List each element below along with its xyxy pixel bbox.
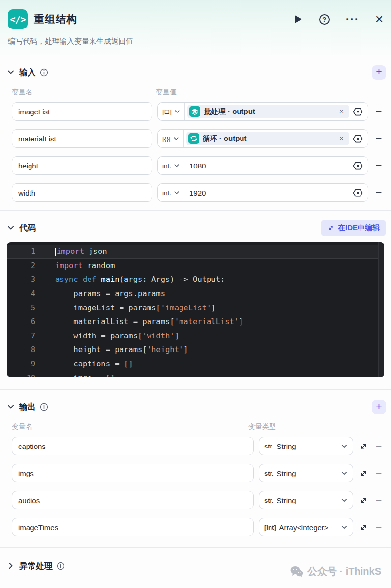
output-name-input[interactable] [12, 491, 254, 509]
collapse-input-button[interactable] [7, 68, 15, 76]
variable-name-input[interactable] [12, 183, 152, 202]
help-button[interactable]: ? [319, 14, 330, 25]
code-line[interactable]: 2import random [7, 259, 384, 273]
line-number: 6 [7, 317, 35, 326]
add-output-button[interactable]: + [372, 400, 386, 414]
type-label: String [277, 496, 296, 504]
line-number: 10 [7, 374, 35, 377]
code-editor[interactable]: 1import json2import random3async def mai… [7, 242, 384, 377]
run-button[interactable] [293, 14, 303, 24]
remove-row-button[interactable]: − [373, 187, 384, 198]
chevron-down-icon [173, 136, 179, 141]
close-button[interactable]: × [375, 14, 383, 24]
reference-picker-button[interactable] [352, 133, 363, 144]
line-number: 7 [7, 332, 35, 340]
chevron-down-icon [174, 190, 180, 196]
variable-value[interactable]: 1080 [189, 162, 349, 170]
reference-picker-button[interactable] [352, 187, 363, 198]
code-line[interactable]: 9 captions = [] [7, 357, 384, 371]
section-divider [0, 547, 391, 548]
code-line[interactable]: 8 height = params['height'] [7, 343, 384, 357]
reference-picker-button[interactable] [352, 106, 363, 117]
variable-value[interactable]: 1920 [189, 189, 349, 197]
input-row-imageList: [⊡] 批处理 · output × [0, 102, 391, 121]
expand-row-button[interactable] [359, 523, 368, 532]
collapse-output-button[interactable] [7, 403, 15, 411]
chevron-down-icon [341, 524, 348, 531]
output-name-input[interactable] [12, 437, 254, 455]
type-selector[interactable]: [{}] [158, 130, 184, 147]
reference-picker-button[interactable] [352, 160, 363, 171]
reference-label: 循环 · output [203, 134, 335, 143]
type-badge-string: str. [264, 497, 274, 504]
type-selector[interactable]: int. [158, 157, 184, 174]
exception-section-title: 异常处理 [19, 560, 53, 572]
info-icon [40, 68, 48, 77]
code-text: import random [35, 261, 115, 270]
type-selector[interactable]: int. [158, 184, 184, 201]
variable-name-input[interactable] [12, 102, 152, 121]
code-line[interactable]: 6 materialList = params['materialList'] [7, 315, 384, 329]
code-line[interactable]: 3async def main(args: Args) -> Output: [7, 273, 384, 287]
chevron-down-icon [174, 109, 180, 114]
output-column-headers: 变量名 变量类型 [0, 422, 391, 431]
output-type-select[interactable]: str. String [259, 491, 353, 509]
input-section-title: 输入 [19, 67, 36, 78]
code-text: params = args.params [35, 289, 165, 298]
col-variable-name: 变量名 [12, 422, 248, 431]
panel-subtitle: 编写代码，处理输入变量来生成返回值 [8, 37, 383, 46]
code-line[interactable]: 7 width = params['width'] [7, 329, 384, 343]
remove-row-button[interactable]: − [373, 468, 384, 478]
expand-row-button[interactable] [359, 469, 368, 478]
diagonal-expand-icon [359, 496, 368, 505]
code-section-title: 代码 [19, 223, 36, 234]
remove-reference-icon[interactable]: × [338, 107, 345, 116]
output-section-title: 输出 [19, 401, 36, 413]
add-input-button[interactable]: + [372, 65, 386, 80]
hexagon-ref-icon [352, 160, 363, 171]
output-type-select[interactable]: [int] Array<Integer> [259, 518, 353, 536]
code-line[interactable]: 1import json [7, 245, 384, 259]
reference-label: 批处理 · output [204, 107, 335, 116]
remove-row-button[interactable]: − [373, 441, 384, 451]
type-label: String [277, 442, 296, 450]
chevron-down-icon [7, 224, 15, 232]
expand-row-button[interactable] [359, 496, 368, 505]
hexagon-ref-icon [352, 187, 363, 198]
batch-node-icon [189, 106, 200, 117]
output-name-input[interactable] [12, 464, 254, 482]
code-line[interactable]: 5 imageList = params['imageList'] [7, 301, 384, 315]
expand-row-button[interactable] [359, 442, 368, 451]
expand-exception-button[interactable] [7, 562, 15, 570]
type-badge-string: str. [264, 443, 274, 450]
input-row-width: int. 1920 − [0, 183, 391, 202]
type-selector[interactable]: [⊡] [158, 103, 185, 120]
variable-name-input[interactable] [12, 156, 152, 175]
output-type-select[interactable]: str. String [259, 437, 353, 455]
variable-name-input[interactable] [12, 129, 152, 148]
hexagon-ref-icon [352, 133, 363, 144]
code-line[interactable]: 4 params = args.params [7, 287, 384, 301]
remove-row-button[interactable]: − [373, 522, 384, 532]
remove-row-button[interactable]: − [373, 133, 384, 144]
section-divider [0, 389, 391, 390]
edit-in-ide-button[interactable]: 在IDE中编辑 [321, 220, 386, 236]
output-name-input[interactable] [12, 518, 254, 536]
play-icon [293, 14, 303, 24]
collapse-code-button[interactable] [7, 224, 15, 232]
remove-reference-icon[interactable]: × [338, 134, 345, 143]
input-section-header: 输入 + [0, 63, 391, 82]
remove-row-button[interactable]: − [373, 495, 384, 505]
remove-row-button[interactable]: − [373, 160, 384, 171]
reference-tag[interactable]: 循环 · output × [186, 132, 349, 145]
chevron-down-icon [341, 443, 348, 449]
remove-row-button[interactable]: − [373, 106, 384, 117]
more-menu-button[interactable]: ··· [346, 17, 359, 22]
reference-tag[interactable]: 批处理 · output × [187, 105, 349, 118]
code-scrollbar[interactable] [378, 242, 384, 377]
line-number: 8 [7, 345, 35, 354]
code-node-panel: { "header": { "title": "重组结构", "icon_gly… [0, 0, 391, 588]
output-section-header: 输出 + [0, 397, 391, 416]
output-type-select[interactable]: str. String [259, 464, 353, 482]
code-line[interactable]: 10 imgs = [] [7, 371, 384, 377]
